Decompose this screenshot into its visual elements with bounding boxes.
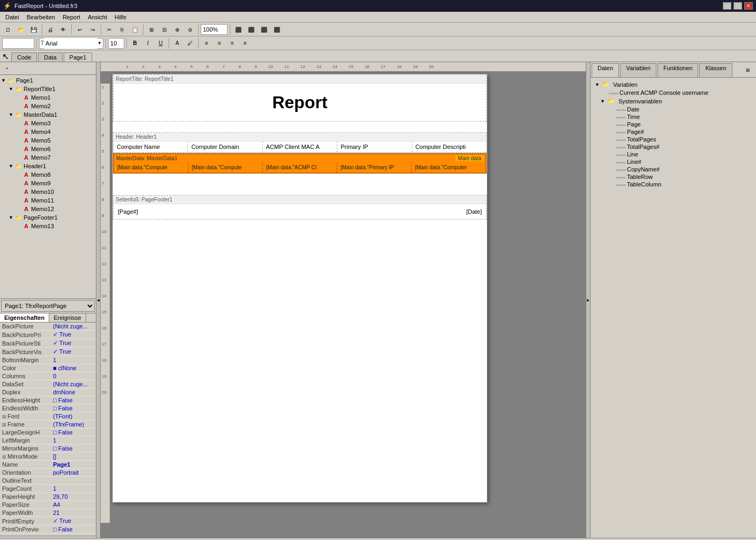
- tree-item-memo5[interactable]: A Memo5: [1, 136, 95, 145]
- right-tab-funktionen[interactable]: Funktionen: [657, 63, 698, 77]
- tab-data[interactable]: Data: [38, 52, 62, 62]
- menu-datei[interactable]: Datei: [2, 13, 22, 21]
- right-item-acmp-username[interactable]: ▬▬ Current ACMP Console username: [593, 89, 754, 96]
- variablen-label: Variablen: [613, 81, 638, 88]
- masterdata-cell-0: [Main data."Compute: [114, 162, 188, 172]
- right-tree-systemvariablen[interactable]: ▼ 📁 Systemvariablen: [593, 96, 754, 106]
- collapse-tree-button[interactable]: ×: [1, 63, 13, 74]
- tree-item-memo2[interactable]: A Memo2: [1, 102, 95, 110]
- prop-mirrormode[interactable]: ⊞MirrorMode[]: [0, 453, 96, 461]
- font-dropdown-icon[interactable]: ▼: [97, 41, 102, 46]
- maximize-button[interactable]: □: [734, 2, 742, 10]
- snap-button[interactable]: ⊟: [158, 24, 170, 35]
- tree-item-memo6[interactable]: A Memo6: [1, 145, 95, 153]
- tab-code[interactable]: Code: [11, 52, 37, 62]
- tab-eigenschaften[interactable]: Eigenschaften: [0, 313, 49, 322]
- align-center-text-button[interactable]: ≡: [214, 38, 225, 49]
- tree-item-memo13[interactable]: A Memo13: [1, 222, 95, 230]
- menu-report[interactable]: Report: [59, 13, 84, 21]
- menu-bearbeiten[interactable]: Bearbeiten: [24, 13, 58, 21]
- properties-panel: Eigenschaften Ereignisse BackPicture(Nic…: [0, 313, 96, 538]
- ruler-left-17: 17: [101, 341, 110, 357]
- print-button[interactable]: 🖨: [44, 24, 56, 35]
- tab-ereignisse[interactable]: Ereignisse: [49, 313, 86, 322]
- open-button[interactable]: 📂: [15, 24, 27, 35]
- tree-item-header1[interactable]: ▼ 📁 Header1: [1, 162, 95, 170]
- text-color-button[interactable]: A: [171, 38, 183, 49]
- tree-item-memo8[interactable]: A Memo8: [1, 170, 95, 179]
- page-select-dropdown[interactable]: Page1: TfrxReportPage: [1, 300, 95, 312]
- zoom-in-button[interactable]: ⊕: [171, 24, 183, 35]
- tree-item-memo11[interactable]: A Memo11: [1, 196, 95, 205]
- save-button[interactable]: 💾: [28, 24, 40, 35]
- zoom-input[interactable]: [201, 24, 228, 35]
- right-item-line[interactable]: ▬▬ Line: [593, 151, 754, 158]
- align-center-button[interactable]: ⬛: [245, 24, 257, 35]
- prop-frame[interactable]: ⊞Frame(TfrxFrame): [0, 421, 96, 429]
- tree-item-memo7[interactable]: A Memo7: [1, 153, 95, 162]
- right-item-copynameno[interactable]: ▬▬ CopyName#: [593, 166, 754, 173]
- right-item-pageno[interactable]: ▬▬ Page#: [593, 128, 754, 136]
- canvas-area[interactable]: 1 2 3 4 5 6 7 8 9 10 11 12 13 14 15 16 1…: [101, 62, 586, 538]
- align-left-button[interactable]: ⬛: [232, 24, 244, 35]
- expand-systemvariablen: ▼: [600, 99, 608, 104]
- right-item-totalpagesno[interactable]: ▬▬ TotalPages#: [593, 143, 754, 151]
- underline-button[interactable]: U: [155, 38, 167, 49]
- close-button[interactable]: ✕: [744, 2, 753, 10]
- right-item-page[interactable]: ▬▬ Page: [593, 121, 754, 128]
- ruler-left-15: 15: [101, 309, 110, 325]
- tree-item-memo10[interactable]: A Memo10: [1, 188, 95, 196]
- align-right-text-button[interactable]: ≡: [226, 38, 238, 49]
- align-left-text-button[interactable]: ≡: [201, 38, 213, 49]
- right-item-lineno[interactable]: ▬▬ Line#: [593, 158, 754, 166]
- tree-item-memo9[interactable]: A Memo9: [1, 179, 95, 188]
- tree-item-page1[interactable]: ▼ 📁 Page1: [1, 76, 95, 85]
- cut-button[interactable]: ✂: [103, 24, 115, 35]
- grid-button[interactable]: ⊞: [146, 24, 157, 35]
- pointer-tool[interactable]: ↖: [2, 51, 9, 62]
- zoom-out-button[interactable]: ⊖: [184, 24, 196, 35]
- right-tab-klassen[interactable]: Klassen: [699, 63, 732, 77]
- bold-button[interactable]: B: [129, 38, 141, 49]
- collapse-right-button[interactable]: ►: [586, 62, 590, 538]
- prop-font[interactable]: ⊞Font(TFont): [0, 412, 96, 421]
- preview-button[interactable]: 👁: [57, 24, 69, 35]
- highlight-button[interactable]: 🖊: [184, 38, 196, 49]
- right-item-tablecolumn[interactable]: ▬▬ TableColumn: [593, 181, 754, 188]
- paste-button[interactable]: 📋: [129, 24, 141, 35]
- italic-button[interactable]: I: [142, 38, 154, 49]
- tree-item-masterdata1[interactable]: ▼ 📁 MasterData1: [1, 110, 95, 119]
- tree-item-memo3[interactable]: A Memo3: [1, 119, 95, 128]
- toolbar1: 🗋 📂 💾 🖨 👁 ↩ ↪ ✂ ⎘ 📋 ⊞ ⊟ ⊕ ⊖ ⬛ ⬛ ⬛ ⬛: [0, 22, 756, 36]
- tab-page1[interactable]: Page1: [64, 52, 93, 62]
- undo-button[interactable]: ↩: [74, 24, 86, 35]
- align-right-button[interactable]: ⬛: [258, 24, 270, 35]
- tree-item-pagefooter1[interactable]: ▼ 📁 PageFooter1: [1, 213, 95, 222]
- menu-ansicht[interactable]: Ansicht: [85, 13, 110, 21]
- right-item-tablerow[interactable]: ▬▬ TableRow: [593, 173, 754, 181]
- right-tree-variablen[interactable]: ▼ 📁 Variablen: [593, 80, 754, 89]
- copy-button[interactable]: ⎘: [116, 24, 128, 35]
- right-item-totalpages[interactable]: ▬▬ TotalPages: [593, 136, 754, 143]
- font-input[interactable]: [44, 38, 97, 49]
- tree-item-memo4[interactable]: A Memo4: [1, 128, 95, 136]
- right-panel-expand-button[interactable]: ⊞: [742, 64, 754, 76]
- right-item-time[interactable]: ▬▬ Time: [593, 113, 754, 121]
- ruler-mark-10: 10: [257, 64, 273, 69]
- titlebar: ⚡ FastReport - Untitled.fr3 — □ ✕: [0, 0, 756, 12]
- redo-button[interactable]: ↪: [87, 24, 99, 35]
- collapse-left-button[interactable]: ◄: [96, 62, 101, 538]
- new-button[interactable]: 🗋: [2, 24, 14, 35]
- justify-text-button[interactable]: ≡: [239, 38, 251, 49]
- right-tab-daten[interactable]: Daten: [592, 63, 619, 77]
- tree-item-reporttitle1[interactable]: ▼ 📁 ReportTitle1: [1, 85, 95, 93]
- tree-item-memo1[interactable]: A Memo1: [1, 93, 95, 102]
- menu-hilfe[interactable]: Hilfe: [111, 13, 130, 21]
- font-size-input[interactable]: [108, 38, 124, 49]
- align-justify-button[interactable]: ⬛: [271, 24, 283, 35]
- right-tab-variablen[interactable]: Variablen: [620, 63, 656, 77]
- style-dropdown[interactable]: [2, 38, 34, 49]
- right-item-date[interactable]: ▬▬ Date: [593, 106, 754, 113]
- tree-item-memo12[interactable]: A Memo12: [1, 205, 95, 213]
- minimize-button[interactable]: —: [723, 2, 731, 10]
